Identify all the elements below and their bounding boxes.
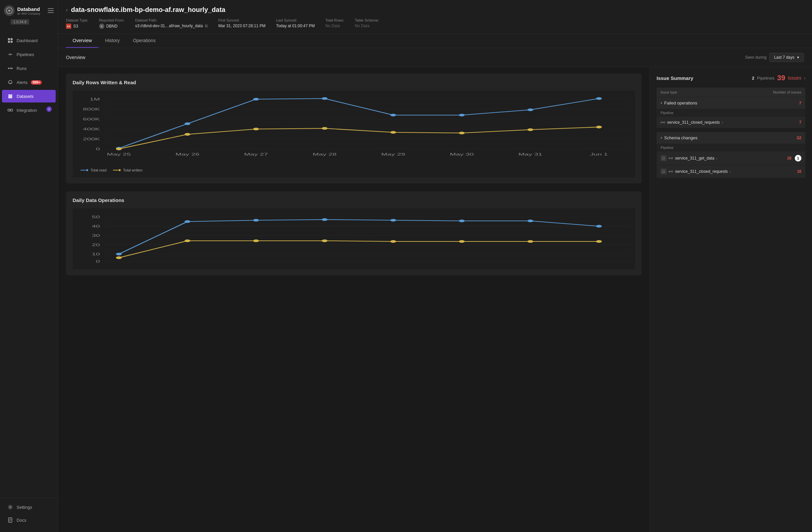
dataset-path-label: Dataset Path: (135, 18, 208, 22)
dataset-path-value: s3://dbnd-dev-31…af/raw_hourly_data (135, 24, 203, 28)
svg-rect-6 (8, 41, 10, 43)
daily-ops-chart-title: Daily Data Operations (73, 197, 635, 203)
sidebar-item-dashboard[interactable]: Dashboard (2, 34, 56, 47)
pipeline-name: service_311_closed_requests › (661, 120, 723, 125)
daily-ops-chart-section: Daily Data Operations 50 40 30 20 10 0 (66, 191, 642, 275)
pipelines-label: Pipelines (757, 75, 774, 81)
svg-rect-1 (48, 8, 54, 9)
pipeline-issue-count: 7 (799, 120, 801, 125)
pipeline-issue-count: 16 (797, 169, 801, 174)
issue-count-col-header: Number of issues (773, 90, 801, 94)
issue-summary-header: Issue Summary 2 Pipelines 39 Issues › (656, 74, 806, 82)
copy-icon[interactable]: ⧉ (205, 24, 208, 28)
runs-icon (7, 65, 13, 71)
right-panel: Issue Summary 2 Pipelines 39 Issues › Is… (650, 67, 812, 532)
chevron-down-icon: ▾ (797, 55, 799, 60)
pipeline-col-label: Pipeline (661, 111, 673, 115)
svg-text:600K: 600K (83, 117, 100, 121)
pipeline-arrow-icon: › (722, 121, 723, 124)
main-content: ‹ data-snowflake.ibm-bp-demo-af.raw_hour… (58, 0, 812, 532)
svg-rect-18 (11, 109, 13, 111)
pipeline-count: 2 (752, 75, 754, 81)
schema-changes-label: Schema changes (664, 135, 697, 140)
sidebar-item-alerts[interactable]: Alerts 999+ (2, 76, 56, 88)
logo-sub: an IBM Company (17, 12, 41, 15)
svg-text:0: 0 (96, 260, 100, 263)
issue-table-header: Issue type Number of issues (656, 87, 806, 97)
pipeline-arrow-icon: › (716, 156, 717, 160)
svg-point-8 (8, 68, 9, 69)
svg-text:May 30: May 30 (450, 153, 474, 156)
pipeline-name-text: service_311_closed_requests (675, 169, 728, 174)
daily-rows-chart-title: Daily Rows Written & Read (73, 80, 635, 85)
chevron-down-icon: ▾ (661, 101, 662, 105)
svg-point-87 (253, 239, 259, 242)
svg-point-88 (322, 239, 328, 242)
total-rows-label: Total Rows: (325, 18, 344, 22)
sidebar-item-docs[interactable]: Docs (2, 514, 56, 526)
dashboard-icon (7, 38, 13, 43)
svg-point-39 (253, 98, 259, 100)
svg-point-78 (185, 220, 191, 223)
main-panels: Daily Rows Written & Read 1M 800K 600K 4… (58, 67, 812, 532)
sidebar-item-pipelines[interactable]: Pipelines (2, 48, 56, 61)
seen-during-dropdown[interactable]: Last 7 days ▾ (769, 53, 804, 62)
first-synced-value: Mar 31, 2023 07:28:11 PM (218, 24, 265, 28)
dataset-type-meta: Dataset Type: S3 S3 (66, 18, 88, 29)
svg-point-43 (527, 109, 533, 111)
integration-badge: 2 (46, 107, 52, 112)
sidebar-item-label: Dashboard (17, 38, 38, 43)
svg-text:Jun 1: Jun 1 (590, 153, 608, 156)
svg-point-47 (253, 128, 259, 130)
svg-rect-15 (8, 96, 12, 97)
hamburger-button[interactable] (48, 8, 54, 13)
chart1-legend: Total read Total written (76, 166, 631, 175)
sidebar-item-integration[interactable]: Integration 2 (2, 104, 56, 116)
issues-label: Issues (788, 75, 801, 81)
svg-point-81 (390, 219, 396, 222)
svg-text:1M: 1M (90, 98, 100, 101)
svg-point-64 (119, 169, 121, 171)
failed-ops-pipeline-row[interactable]: service_311_closed_requests › 7 (656, 117, 806, 128)
sidebar-item-runs[interactable]: Runs (2, 62, 56, 75)
issue-summary-arrow[interactable]: › (804, 75, 806, 81)
svg-point-90 (459, 240, 465, 243)
pipelines-icon (7, 52, 13, 57)
svg-rect-17 (8, 109, 10, 111)
logo-brand: Databand (17, 6, 41, 12)
svg-text:40: 40 (92, 225, 100, 228)
sidebar-item-datasets[interactable]: Datasets (2, 90, 56, 102)
reported-from-value: DBND (106, 24, 118, 29)
svg-text:May 31: May 31 (518, 153, 542, 156)
tab-operations[interactable]: Operations (126, 34, 162, 48)
table-schema-label: Table Schema: (355, 18, 379, 22)
schema-changes-group-header[interactable]: ▾ Schema changes 32 (656, 132, 806, 144)
sidebar-item-settings[interactable]: Settings (2, 501, 56, 514)
svg-text:200K: 200K (83, 137, 100, 141)
svg-text:50: 50 (92, 215, 100, 219)
sidebar-item-label: Datasets (17, 94, 33, 99)
last-synced-label: Last Synced: (276, 18, 315, 22)
failed-ops-group-header[interactable]: ▾ Failed operations 7 (656, 97, 806, 109)
tab-history[interactable]: History (99, 34, 126, 48)
svg-point-98 (671, 157, 673, 159)
schema-pipeline-row-2[interactable]: service_311_closed_requests › 16 (656, 165, 806, 178)
docs-icon (7, 517, 13, 523)
svg-point-44 (596, 97, 602, 100)
notification-badge: 1 (795, 155, 801, 162)
tab-overview[interactable]: Overview (66, 34, 99, 48)
back-button[interactable]: ‹ (66, 7, 68, 13)
sidebar-bottom: Settings Docs (0, 498, 58, 532)
svg-rect-4 (8, 38, 10, 40)
svg-text:May 25: May 25 (107, 153, 131, 156)
svg-rect-14 (8, 95, 12, 96)
svg-point-97 (669, 157, 670, 159)
schema-pipeline-row-1[interactable]: service_311_get_data › 16 1 (656, 152, 806, 165)
failed-ops-pipeline-header: Pipeline (656, 109, 806, 117)
sidebar: Databand an IBM Company 1.0.34.8 (0, 0, 58, 532)
schema-changes-pipeline-header: Pipeline (656, 144, 806, 152)
dbnd-icon: D (99, 24, 104, 29)
pipeline-name-text: service_311_get_data (675, 156, 714, 160)
sidebar-item-label: Alerts (17, 80, 28, 85)
logo-icon (4, 5, 15, 16)
